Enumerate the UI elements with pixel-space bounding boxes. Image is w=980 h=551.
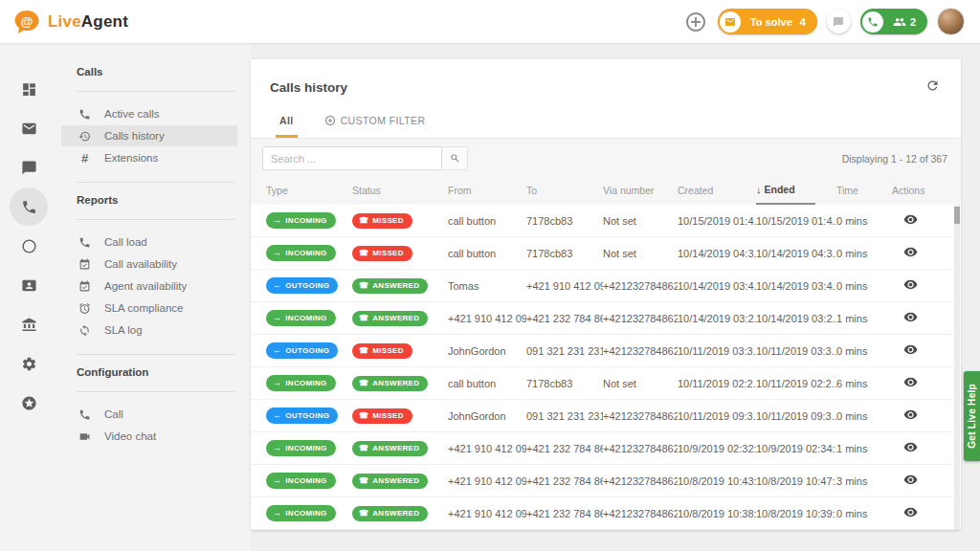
call-status-badge: ANSWERED (352, 441, 428, 456)
get-live-help-button[interactable]: Get Live Help (964, 371, 980, 461)
cell-ended: 10/8/2019 10:39:... (756, 508, 836, 519)
nav-item-extensions[interactable]: # Extensions (61, 147, 251, 168)
rail-star-badge-icon[interactable] (10, 384, 48, 422)
col-ended-sorted[interactable]: ↓ Ended (756, 176, 815, 205)
table-row[interactable]: INCOMING ANSWERED +421 910 412 090 +421 … (251, 497, 961, 530)
view-call-button[interactable] (903, 440, 918, 454)
rail-dashboard-icon[interactable] (10, 70, 48, 108)
divider (77, 91, 235, 92)
call-type-badge: OUTGOING (266, 408, 338, 424)
view-call-button[interactable] (903, 212, 918, 227)
plus-circle-icon (324, 115, 336, 126)
cell-time: 0 mins (836, 345, 892, 357)
nav-item-video-chat[interactable]: Video chat (61, 426, 251, 447)
eye-icon (903, 505, 918, 519)
table-row[interactable]: OUTGOING ANSWERED Tomas +421 910 412 090… (251, 270, 961, 302)
divider (77, 219, 235, 220)
cell-to: +421 232 784 862 (526, 443, 603, 454)
table-row[interactable]: INCOMING ANSWERED +421 910 412 090 +421 … (251, 432, 961, 465)
nav-item-call-availability[interactable]: Call availability (61, 253, 251, 275)
search-input[interactable] (262, 146, 442, 170)
rail-chats-icon[interactable] (10, 148, 48, 187)
table-scrollbar (954, 205, 960, 530)
search-button[interactable] (442, 146, 468, 170)
rail-bank-icon[interactable] (10, 305, 48, 343)
rail-tickets-mail-icon[interactable] (10, 109, 48, 147)
cell-created: 10/9/2019 02:32:... (678, 443, 756, 454)
eye-icon (903, 245, 918, 259)
cell-ended: 10/14/2019 03:4... (756, 280, 836, 292)
cell-from: JohnGordon (448, 410, 526, 422)
phone-icon (78, 408, 91, 421)
cell-from: call button (448, 215, 526, 227)
liveagent-logo[interactable]: @ LiveAgent (13, 10, 128, 34)
nav-item-calls-history[interactable]: Calls history (61, 125, 237, 146)
cell-time: 0 mins (836, 410, 892, 422)
cell-ended: 10/8/2019 10:47:... (756, 475, 836, 487)
col-created[interactable]: Created (678, 185, 756, 196)
cell-created: 10/14/2019 04:3... (678, 248, 756, 259)
call-status-badge: ANSWERED (352, 474, 428, 489)
col-via-number[interactable]: Via number (603, 185, 678, 196)
calls-online-button[interactable]: 2 (860, 9, 927, 34)
cell-time: 0 mins (836, 280, 892, 292)
nav-item-active-calls[interactable]: Active calls (61, 103, 251, 124)
rail-settings-gear-icon[interactable] (10, 344, 48, 383)
rail-contact-card-icon[interactable] (10, 266, 48, 304)
table-row[interactable]: INCOMING MISSED call button 7178cb83 Not… (251, 237, 961, 270)
tab-custom-filter[interactable]: CUSTOM FILTER (311, 115, 439, 138)
page-title: Calls history (270, 80, 942, 95)
cell-to: 7178cb83 (526, 378, 603, 389)
refresh-button[interactable] (925, 78, 940, 97)
nav-item-call-load[interactable]: Call load (61, 231, 251, 253)
view-call-button[interactable] (903, 310, 918, 324)
table-row[interactable]: OUTGOING MISSED JohnGordon 091 321 231 2… (251, 335, 961, 367)
to-solve-button[interactable]: To solve 4 (718, 9, 817, 34)
nav-item-call-config[interactable]: Call (61, 404, 251, 425)
table-row[interactable]: INCOMING ANSWERED call button 7178cb83 N… (251, 367, 961, 400)
col-time[interactable]: Time (836, 185, 892, 196)
nav-item-agent-availability[interactable]: Agent availability (61, 276, 251, 297)
view-call-button[interactable] (903, 245, 918, 259)
table-row[interactable]: INCOMING MISSED call button 7178cb83 Not… (251, 205, 961, 237)
cell-from: +421 910 412 090 (448, 443, 526, 454)
table-row[interactable]: OUTGOING MISSED JohnGordon 091 321 231 2… (251, 400, 961, 432)
tab-all[interactable]: All (266, 115, 307, 138)
table-row[interactable]: INCOMING ANSWERED +421 910 412 090 +421 … (251, 465, 961, 497)
cell-via-number: +421232784862 (603, 313, 678, 324)
view-call-button[interactable] (903, 277, 918, 292)
col-type[interactable]: Type (266, 185, 352, 196)
nav-item-sla-compliance[interactable]: SLA compliance (61, 298, 251, 319)
view-call-button[interactable] (903, 473, 918, 487)
cell-via-number: +421232784862 (603, 508, 678, 519)
sort-desc-icon: ↓ (756, 175, 762, 204)
cell-via-number: +421232784862 (603, 410, 678, 422)
filter-tabs: All CUSTOM FILTER (251, 108, 961, 139)
rail-circle-outline-icon[interactable] (10, 227, 48, 265)
divider (77, 182, 235, 183)
view-call-button[interactable] (903, 408, 918, 422)
eye-icon (903, 310, 918, 324)
col-to[interactable]: To (526, 185, 603, 196)
call-status-badge: MISSED (352, 246, 412, 261)
cell-created: 10/14/2019 03:4... (678, 280, 756, 292)
view-call-button[interactable] (903, 375, 918, 389)
view-call-button[interactable] (903, 505, 918, 519)
table-row[interactable]: INCOMING ANSWERED +421 910 412 090 +421 … (251, 302, 961, 335)
scrollbar-thumb[interactable] (954, 207, 960, 224)
call-type-badge: INCOMING (266, 245, 336, 261)
col-from[interactable]: From (448, 185, 526, 196)
cell-via-number: Not set (603, 248, 678, 259)
view-call-button[interactable] (903, 342, 918, 357)
col-status[interactable]: Status (352, 185, 448, 196)
eye-icon (903, 408, 918, 422)
messages-button[interactable] (827, 10, 851, 33)
nav-item-sla-log[interactable]: SLA log (61, 320, 251, 341)
user-avatar[interactable] (937, 8, 965, 35)
cell-from: JohnGordon (448, 345, 526, 357)
chat-bubble-icon (833, 16, 844, 28)
cell-to: +421 910 412 090 (526, 280, 603, 292)
call-status-badge: ANSWERED (352, 376, 428, 391)
rail-calls-phone-icon[interactable] (10, 187, 48, 226)
add-new-button[interactable] (683, 10, 708, 34)
